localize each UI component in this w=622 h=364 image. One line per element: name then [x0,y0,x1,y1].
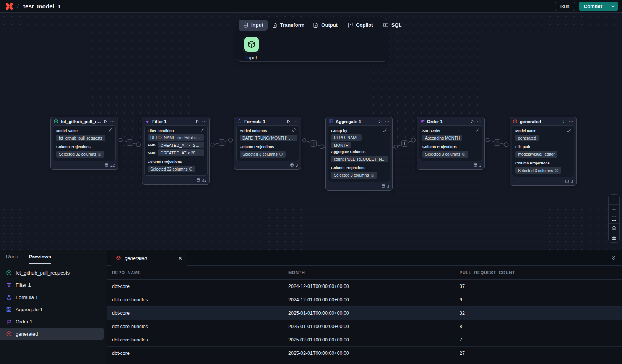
play-icon[interactable] [286,119,291,123]
sidebar-item-fct-github-pull-requests[interactable]: fct_github_pull_requests [0,266,104,279]
table-row[interactable]: dbt-core2024-12-01T00:00:00+00:0037 [107,280,622,293]
column-projections-pill[interactable]: Selected 32 columns [56,151,104,158]
tab-output[interactable]: Output [309,20,342,31]
column-header-pull-request-count[interactable]: PULL_REQUEST_COUNT [460,270,622,275]
sort-icon [420,119,425,124]
sidebar-tabs: Runs Previews [0,250,107,264]
palette-panel: Input [237,32,387,61]
run-button[interactable]: Run [555,2,575,11]
tab-transform[interactable]: Transform [268,20,309,31]
column-header-month[interactable]: MONTH [288,270,460,275]
table-row[interactable]: dbt-core-bundles2024-12-01T00:00:00+00:0… [107,293,622,307]
tab-copilot[interactable]: Copilot [343,20,377,31]
preview-tab-generated[interactable]: generated ✕ [111,250,187,266]
pencil-icon[interactable] [109,128,113,132]
model-name-pill: generated [515,135,539,141]
commit-dropdown-button[interactable] [607,2,618,11]
tiles-icon [611,235,617,240]
add-node-button[interactable]: + [219,139,225,146]
table-icon [381,184,385,188]
field-label: Added columns [240,128,296,133]
tab-input[interactable]: Input [239,20,268,31]
tab-sql[interactable]: SQL [379,20,406,31]
add-node-button[interactable]: + [401,140,408,147]
table-row[interactable]: dbt-core-bundles2025-02-01T00:00:00+00:0… [107,333,622,347]
pencil-icon[interactable] [475,128,479,132]
commit-button[interactable]: Commit [579,2,607,11]
node-generated[interactable]: generated ⋯ Model name generated File pa… [510,117,577,186]
node-title: generated [520,119,559,124]
field-label: Column Projections [56,145,112,149]
fit-view-button[interactable] [609,214,619,223]
source-port[interactable] [119,138,122,142]
node-header: generated ⋯ [510,117,576,125]
zoom-out-button[interactable]: − [609,204,619,214]
column-projections-pill[interactable]: Selected 32 columns [148,166,195,172]
pencil-icon[interactable] [567,128,571,132]
more-options-button[interactable]: ⋯ [202,120,207,123]
preview-tabbar: generated ✕ [107,250,622,266]
more-options-button[interactable]: ⋯ [477,120,482,123]
add-node-button[interactable]: + [494,139,500,146]
sidebar-item-aggregate-1[interactable]: Aggregate 1 [0,303,104,315]
source-port[interactable] [486,138,489,142]
tab-runs[interactable]: Runs [6,254,18,264]
source-port[interactable] [394,145,398,148]
add-node-button[interactable]: + [127,139,133,146]
node-aggregate-1[interactable]: Aggregate 1 ⋯ Group by REPO_NAME MONTH A… [325,117,393,191]
node-order-1[interactable]: Order 1 ⋯ Sort Order Ascending MONTH Col… [417,117,485,170]
zoom-in-button[interactable]: + [609,195,619,204]
column-header-repo-name[interactable]: REPO_NAME [112,270,288,275]
more-options-button[interactable]: ⋯ [293,120,298,123]
sidebar-item-filter-1[interactable]: Filter 1 [0,279,104,291]
pencil-icon[interactable] [383,128,387,132]
close-tab-button[interactable]: ✕ [178,255,182,261]
field-label: Column Projections [515,161,571,165]
play-icon[interactable] [562,119,566,123]
more-options-button[interactable]: ⋯ [110,120,115,123]
play-icon[interactable] [378,119,382,123]
column-projections-pill[interactable]: Selected 3 columns [422,151,468,158]
add-node-button[interactable]: + [310,140,317,147]
more-options-button[interactable]: ⋯ [385,120,390,123]
target-port[interactable] [320,145,324,149]
sidebar-item-order-1[interactable]: Order 1 [0,315,104,328]
table-row[interactable]: dbt-core2025-01-01T00:00:00+00:0032 [107,307,622,320]
node-fct-github-pull-requests[interactable]: fct_github_pull_requests ⋯ Model Name fc… [50,117,118,170]
pencil-icon[interactable] [292,128,296,132]
minimap-button[interactable] [609,233,619,242]
node-filter-1[interactable]: Filter 1 ⋯ Filter condition REPO_NAME li… [142,117,210,185]
target-port[interactable] [229,138,233,142]
table-row[interactable]: dbt-core-bundles2025-01-01T00:00:00+00:0… [107,320,622,333]
sidebar-item-formula-1[interactable]: Formula 1 [0,291,104,303]
top-bar: / test_model_1 Run Commit [0,0,622,13]
sidebar-item-generated[interactable]: generated [0,328,104,340]
preview-tab-label: generated [125,255,175,261]
dbt-logo-icon[interactable] [5,2,13,10]
database-icon [243,22,248,28]
node-body: Group by REPO_NAME MONTH Aggregate Colum… [328,125,390,182]
source-port[interactable] [303,139,306,142]
play-icon[interactable] [103,119,107,123]
cube-icon [54,119,58,124]
info-icon [370,173,374,177]
node-formula-1[interactable]: Formula 1 ⋯ Added columns DATE_TRUNC('MO… [234,117,301,170]
table-row[interactable]: dbt-core2025-02-01T00:00:00+00:0027 [107,347,622,360]
play-icon[interactable] [195,119,199,123]
more-options-button[interactable]: ⋯ [568,120,573,123]
palette-input-card[interactable]: Input [242,36,261,60]
target-port[interactable] [504,143,508,147]
play-icon[interactable] [470,119,474,123]
target-port[interactable] [136,143,141,147]
node-footer: 3 [234,161,301,169]
pencil-icon[interactable] [200,128,205,132]
column-projections-pill[interactable]: Selected 3 columns [331,172,377,179]
target-port[interactable] [411,138,416,142]
column-projections-pill[interactable]: Selected 3 columns [515,167,561,174]
locate-button[interactable] [609,223,619,233]
column-projections-pill[interactable]: Selected 3 columns [240,151,286,158]
collapse-panel-button[interactable] [605,250,622,265]
tab-previews[interactable]: Previews [29,254,52,264]
source-port[interactable] [211,143,214,146]
field-label: Filter condition [148,128,204,133]
